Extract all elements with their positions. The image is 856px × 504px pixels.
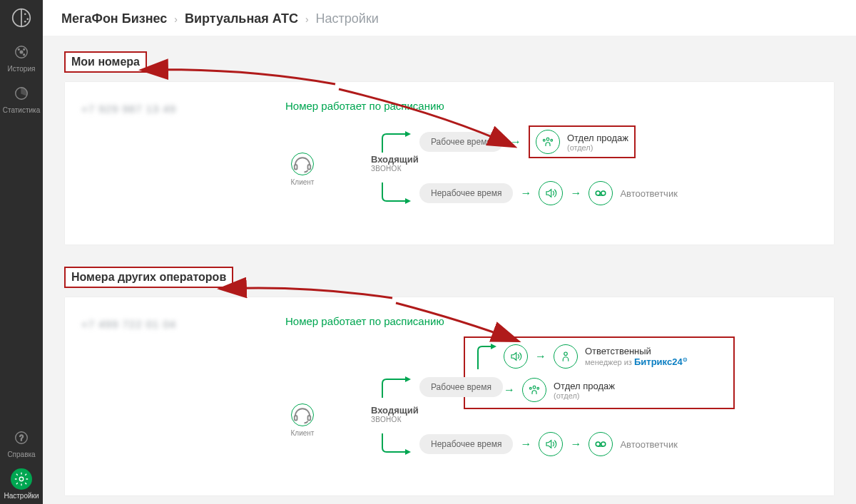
svg-point-3 xyxy=(24,13,26,15)
branch-up-icon xyxy=(378,131,412,153)
schedule-title: Номер работает по расписанию xyxy=(285,315,820,327)
highlight-routing-box: → Ответственный менеджер из Битрикс24⊙ → xyxy=(464,336,735,409)
card-my-numbers: +7 929 987 13 49 Номер работает по распи… xyxy=(64,81,835,245)
svg-point-18 xyxy=(596,191,601,195)
answer-label: Автоответчик xyxy=(620,439,677,450)
arrow-right-icon: → xyxy=(504,384,515,396)
dept-name: Отдел продаж xyxy=(567,133,628,143)
incoming-sub: звонок xyxy=(371,416,419,423)
client-label: Клиент xyxy=(291,178,315,186)
highlight-routing-dept: Отдел продаж (отдел) xyxy=(529,125,636,158)
people-icon[interactable] xyxy=(536,130,560,154)
svg-point-15 xyxy=(546,138,549,140)
headset-icon xyxy=(291,153,314,175)
svg-point-26 xyxy=(596,442,601,446)
incoming-title: Входящий xyxy=(371,405,419,416)
section-title-my-numbers: Мои номера xyxy=(64,51,147,73)
svg-point-16 xyxy=(543,139,545,141)
resp-sub: менеджер из xyxy=(585,358,632,366)
chip-nonwork-hours[interactable]: Нерабочее время xyxy=(419,183,513,203)
sidebar-item-label: Справка xyxy=(7,451,35,458)
sidebar-item-stats[interactable]: Статистика xyxy=(0,77,43,118)
resp-name: Ответственный xyxy=(585,346,688,356)
svg-point-2 xyxy=(26,18,29,20)
answer-label: Автоответчик xyxy=(620,188,677,199)
branch-down-icon xyxy=(378,182,412,204)
svg-rect-14 xyxy=(308,165,311,169)
sidebar-item-history[interactable]: История xyxy=(0,36,43,77)
breadcrumb: МегаФон Бизнес › Виртуальная АТС › Настр… xyxy=(61,11,379,26)
card-other-operators: +7 499 722 01 04 Номер работает по распи… xyxy=(64,297,835,496)
sound-icon[interactable] xyxy=(539,432,563,456)
client-block: Клиент xyxy=(285,153,320,186)
breadcrumb-l3: Настройки xyxy=(316,11,379,26)
svg-point-27 xyxy=(601,442,606,446)
svg-point-19 xyxy=(601,191,606,195)
sidebar-item-label: Настройки xyxy=(4,492,39,500)
arrow-right-icon: → xyxy=(520,187,531,200)
dept-name: Отдел продаж xyxy=(554,381,615,391)
content: Мои номера +7 929 987 13 49 Номер работа… xyxy=(43,36,856,504)
arrow-right-icon: → xyxy=(535,350,546,363)
voicemail-icon[interactable] xyxy=(588,432,613,456)
arrow-right-icon: → xyxy=(510,135,521,148)
branch-up-icon xyxy=(475,344,496,369)
svg-text:?: ? xyxy=(19,434,24,442)
client-label: Клиент xyxy=(291,429,315,437)
svg-point-17 xyxy=(551,139,553,141)
svg-point-22 xyxy=(564,352,568,356)
breadcrumb-l1[interactable]: МегаФон Бизнес xyxy=(61,11,167,26)
phone-number-blurred: +7 929 987 13 49 xyxy=(81,103,254,115)
chip-work-hours[interactable]: Рабочее время xyxy=(419,132,503,152)
arrow-right-icon: → xyxy=(570,187,581,200)
arrow-right-icon: → xyxy=(520,438,531,451)
svg-point-6 xyxy=(18,48,19,50)
dept-sub: (отдел) xyxy=(567,143,628,152)
breadcrumb-l2[interactable]: Виртуальная АТС xyxy=(185,11,298,26)
dept-sub: (отдел) xyxy=(554,391,615,400)
phone-number-blurred: +7 499 722 01 04 xyxy=(81,318,254,330)
svg-point-5 xyxy=(20,51,23,53)
branch-up-icon xyxy=(378,376,412,398)
chevron-right-icon: › xyxy=(305,14,309,25)
sidebar-item-label: История xyxy=(8,65,36,73)
client-block: Клиент xyxy=(285,403,320,437)
chip-work-hours[interactable]: Рабочее время xyxy=(419,377,503,397)
svg-point-1 xyxy=(24,21,26,23)
headset-icon xyxy=(291,403,314,426)
svg-rect-21 xyxy=(308,416,311,420)
chevron-right-icon: › xyxy=(174,14,178,25)
branch-down-icon xyxy=(378,433,412,455)
svg-point-25 xyxy=(537,387,539,389)
svg-rect-20 xyxy=(295,416,297,420)
sidebar-item-settings[interactable]: Настройки xyxy=(0,463,43,504)
bitrix-logo: Битрикс24⊙ xyxy=(634,356,688,367)
logo xyxy=(0,0,43,36)
svg-rect-13 xyxy=(295,165,297,169)
incoming-sub: звонок xyxy=(371,165,419,173)
svg-point-24 xyxy=(529,387,531,389)
svg-point-8 xyxy=(24,54,25,56)
sound-icon[interactable] xyxy=(504,344,528,369)
section-title-other-operators: Номера других операторов xyxy=(64,267,233,288)
sidebar-item-label: Статистика xyxy=(3,106,41,114)
person-icon[interactable] xyxy=(554,344,578,369)
sound-icon[interactable] xyxy=(539,181,563,205)
sidebar-item-help[interactable]: ? Справка xyxy=(0,421,43,463)
svg-point-12 xyxy=(19,477,24,481)
arrow-right-icon: → xyxy=(570,438,581,451)
schedule-title: Номер работает по расписанию xyxy=(285,100,820,112)
chip-nonwork-hours[interactable]: Нерабочее время xyxy=(419,434,513,454)
voicemail-icon[interactable] xyxy=(588,181,613,205)
people-icon[interactable] xyxy=(522,378,546,402)
svg-point-7 xyxy=(24,48,25,50)
svg-point-23 xyxy=(533,386,536,389)
sidebar: История Статистика ? Справка Настройки xyxy=(0,0,43,504)
